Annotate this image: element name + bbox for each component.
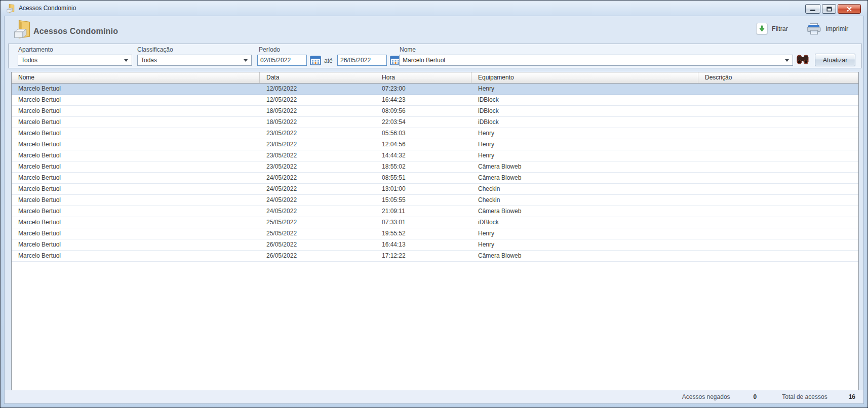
cell-nome: Marcelo Bertuol: [12, 195, 260, 206]
table-row[interactable]: Marcelo Bertuol 12/05/2022 16:44:23 iDBl…: [12, 95, 858, 106]
minimize-button[interactable]: [805, 4, 820, 14]
table-row[interactable]: Marcelo Bertuol 18/05/2022 08:09:56 iDBl…: [12, 106, 858, 117]
table-row[interactable]: Marcelo Bertuol 24/05/2022 15:05:55 Chec…: [12, 195, 858, 206]
table-body: Marcelo Bertuol 12/05/2022 07:23:00 Henr…: [12, 84, 858, 262]
column-header-data[interactable]: Data: [260, 72, 375, 83]
table-row[interactable]: Marcelo Bertuol 24/05/2022 08:55:51 Câme…: [12, 173, 858, 184]
cell-nome: Marcelo Bertuol: [12, 117, 260, 128]
filter-icon: [756, 23, 768, 34]
cell-data: 25/05/2022: [260, 228, 375, 239]
calendar-icon: [310, 55, 321, 65]
printer-icon: [806, 23, 821, 35]
cell-nome: Marcelo Bertuol: [12, 206, 260, 217]
table-row[interactable]: Marcelo Bertuol 23/05/2022 05:56:03 Henr…: [12, 128, 858, 139]
cell-data: 18/05/2022: [260, 117, 375, 128]
cell-equipamento: Câmera Bioweb: [471, 206, 698, 217]
cell-nome: Marcelo Bertuol: [12, 239, 260, 250]
close-button[interactable]: [838, 4, 861, 14]
column-header-nome[interactable]: Nome: [12, 72, 260, 83]
window-title: Acessos Condomínio: [19, 5, 76, 12]
chevron-down-icon: [244, 59, 248, 62]
cell-hora: 13:01:00: [375, 184, 471, 194]
column-header-equipamento[interactable]: Equipamento: [471, 72, 698, 83]
cell-hora: 07:23:00: [375, 84, 471, 94]
period-from-input[interactable]: [257, 55, 307, 66]
until-label: até: [324, 57, 333, 64]
table-row[interactable]: Marcelo Bertuol 25/05/2022 07:33:01 iDBl…: [12, 217, 858, 228]
cell-equipamento: Henry: [471, 150, 698, 161]
restore-button[interactable]: [822, 4, 836, 14]
cell-data: 24/05/2022: [260, 195, 375, 206]
apartment-select[interactable]: Todos: [18, 55, 132, 66]
cell-equipamento: iDBlock: [471, 117, 698, 128]
cell-descricao: [698, 228, 858, 239]
column-header-hora[interactable]: Hora: [375, 72, 471, 83]
cell-equipamento: Henry: [471, 239, 698, 250]
cell-hora: 16:44:13: [375, 239, 471, 250]
title-bar[interactable]: Acessos Condomínio: [1, 1, 867, 16]
cell-nome: Marcelo Bertuol: [12, 251, 260, 261]
table-row[interactable]: Marcelo Bertuol 23/05/2022 12:04:56 Henr…: [12, 139, 858, 150]
cell-hora: 15:05:55: [375, 195, 471, 206]
table-row[interactable]: Marcelo Bertuol 26/05/2022 16:44:13 Henr…: [12, 239, 858, 251]
period-to-input[interactable]: [337, 55, 387, 66]
binoculars-icon: [796, 54, 810, 65]
table-row[interactable]: Marcelo Bertuol 26/05/2022 17:12:22 Câme…: [12, 251, 858, 262]
table-row[interactable]: Marcelo Bertuol 18/05/2022 22:03:54 iDBl…: [12, 117, 858, 128]
cell-data: 24/05/2022: [260, 184, 375, 194]
table-row[interactable]: Marcelo Bertuol 24/05/2022 13:01:00 Chec…: [12, 184, 858, 195]
table-header: Nome Data Hora Equipamento Descrição: [12, 72, 858, 84]
filter-panel: Apartamento Todos Classificação Todas Pe…: [8, 44, 862, 68]
cell-data: 26/05/2022: [260, 239, 375, 250]
cell-hora: 08:09:56: [375, 106, 471, 116]
column-header-descricao[interactable]: Descrição: [698, 72, 858, 83]
cell-descricao: [698, 184, 858, 194]
cell-data: 24/05/2022: [260, 206, 375, 217]
cell-descricao: [698, 173, 858, 183]
cell-nome: Marcelo Bertuol: [12, 128, 260, 139]
column-header-label: Data: [266, 74, 279, 81]
page-title: Acessos Condomínio: [33, 27, 118, 36]
cell-nome: Marcelo Bertuol: [12, 161, 260, 172]
cell-descricao: [698, 239, 858, 250]
app-window: Acessos Condomínio Ac: [0, 0, 868, 408]
status-bar: Acessos negados 0 Total de acessos 16: [5, 390, 863, 403]
cell-descricao: [698, 139, 858, 150]
table-row[interactable]: Marcelo Bertuol 23/05/2022 18:55:02 Câme…: [12, 161, 858, 173]
column-header-label: Equipamento: [478, 74, 514, 81]
name-select[interactable]: Marcelo Bertuol: [399, 55, 793, 66]
cell-nome: Marcelo Bertuol: [12, 228, 260, 239]
access-table: Nome Data Hora Equipamento Descrição Mar…: [11, 72, 859, 392]
cell-descricao: [698, 128, 858, 139]
door-icon: [7, 4, 15, 13]
apartment-select-value: Todos: [18, 57, 124, 64]
cell-hora: 19:55:52: [375, 228, 471, 239]
column-header-label: Descrição: [705, 74, 732, 81]
cell-hora: 18:55:02: [375, 161, 471, 172]
classification-select[interactable]: Todas: [137, 55, 252, 66]
total-access-label: Total de acessos: [782, 393, 827, 400]
denied-access-label: Acessos negados: [682, 393, 730, 400]
print-button[interactable]: Imprimir: [806, 23, 848, 35]
cell-data: 23/05/2022: [260, 128, 375, 139]
cell-equipamento: Henry: [471, 228, 698, 239]
table-row[interactable]: Marcelo Bertuol 25/05/2022 19:55:52 Henr…: [12, 228, 858, 239]
table-row[interactable]: Marcelo Bertuol 12/05/2022 07:23:00 Henr…: [12, 84, 858, 95]
table-row[interactable]: Marcelo Bertuol 24/05/2022 21:09:11 Câme…: [12, 206, 858, 217]
cell-nome: Marcelo Bertuol: [12, 95, 260, 105]
cell-nome: Marcelo Bertuol: [12, 84, 260, 94]
filter-button[interactable]: Filtrar: [756, 23, 788, 34]
cell-data: 23/05/2022: [260, 139, 375, 150]
cell-data: 12/05/2022: [260, 84, 375, 94]
chevron-down-icon: [785, 59, 789, 62]
cell-data: 18/05/2022: [260, 106, 375, 116]
print-button-label: Imprimir: [825, 25, 848, 32]
total-access-value: 16: [849, 393, 855, 400]
cell-descricao: [698, 117, 858, 128]
period-from-calendar-button[interactable]: [309, 55, 322, 66]
cell-descricao: [698, 251, 858, 261]
search-binoculars-button[interactable]: [795, 54, 810, 66]
refresh-button[interactable]: Atualizar: [815, 54, 855, 66]
cell-descricao: [698, 195, 858, 206]
table-row[interactable]: Marcelo Bertuol 23/05/2022 14:44:32 Henr…: [12, 150, 858, 161]
